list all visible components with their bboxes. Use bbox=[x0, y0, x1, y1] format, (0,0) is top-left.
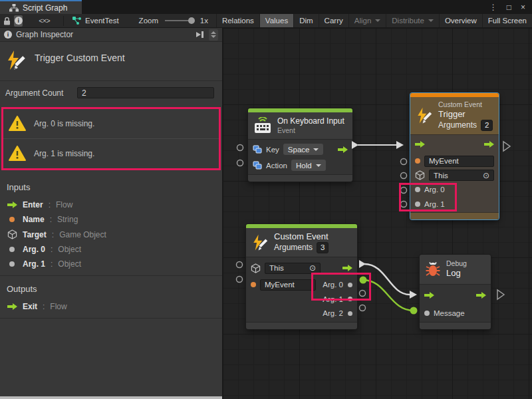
arguments-count-field[interactable]: 2 bbox=[481, 120, 493, 131]
arguments-count-field[interactable]: 3 bbox=[317, 242, 329, 253]
flow-input-port[interactable] bbox=[415, 140, 425, 150]
warning-row: Arg. 1 is missing. bbox=[3, 138, 219, 168]
port-separator: : bbox=[50, 215, 52, 224]
object-port-icon[interactable] bbox=[424, 311, 430, 316]
flow-continue-triangle[interactable] bbox=[497, 290, 504, 299]
port-trigger-target-external[interactable] bbox=[401, 173, 407, 179]
node-header: Custom Event Arguments3 bbox=[246, 228, 357, 257]
action-port-row: Action Hold bbox=[248, 158, 352, 173]
panel-spinner[interactable] bbox=[209, 29, 218, 41]
chevron-down-icon bbox=[211, 35, 216, 38]
flow-input-port[interactable] bbox=[424, 291, 434, 301]
inline-value-icon bbox=[253, 161, 262, 170]
port-trigger-arg1-external[interactable] bbox=[401, 201, 407, 207]
string-port-icon[interactable] bbox=[415, 158, 420, 164]
dock-panel-icon[interactable] bbox=[196, 31, 205, 39]
flow-continue-triangle[interactable] bbox=[503, 142, 510, 151]
port-key-external[interactable] bbox=[237, 145, 243, 151]
string-port-icon[interactable] bbox=[251, 282, 256, 287]
connected-port-message[interactable] bbox=[410, 307, 418, 315]
flow-output-port[interactable] bbox=[338, 146, 348, 154]
key-dropdown[interactable]: Space bbox=[283, 144, 324, 155]
node-debug-log[interactable]: Debug Log Message bbox=[420, 255, 491, 329]
zoom-slider[interactable] bbox=[165, 20, 194, 21]
align-button[interactable]: Align bbox=[348, 14, 386, 27]
flow-output-port[interactable] bbox=[484, 140, 494, 150]
warning-icon bbox=[9, 146, 26, 162]
action-dropdown[interactable]: Hold bbox=[291, 160, 326, 171]
port-receiver-arg1-external[interactable] bbox=[360, 291, 366, 297]
chevron-down-icon bbox=[428, 19, 434, 22]
node-title: On Keyboard Input bbox=[277, 116, 344, 126]
distribute-button[interactable]: Distribute bbox=[386, 14, 439, 27]
window-menu-icon[interactable]: ⋮ bbox=[489, 3, 497, 12]
port-receiver-arg2-external[interactable] bbox=[360, 305, 366, 311]
argument-count-field[interactable]: 2 bbox=[77, 87, 214, 98]
object-picker-icon[interactable]: ⊙ bbox=[483, 170, 489, 181]
full-screen-button[interactable]: Full Screen bbox=[482, 14, 532, 27]
port-type: Object bbox=[58, 245, 81, 254]
port-receiver-name-external[interactable] bbox=[237, 277, 243, 283]
node-trigger-custom-event[interactable]: Custom Event Trigger Arguments2 MyEvent bbox=[410, 93, 499, 219]
connected-port-arg0[interactable] bbox=[360, 277, 367, 284]
values-label: Values bbox=[265, 17, 288, 25]
code-view-button[interactable]: <×> bbox=[39, 17, 49, 25]
node-category: Custom Event bbox=[438, 100, 493, 109]
object-picker-icon[interactable]: ⊙ bbox=[309, 263, 316, 273]
event-name-field[interactable]: MyEvent bbox=[260, 279, 316, 291]
maximize-icon[interactable]: □ bbox=[507, 3, 511, 12]
object-port-icon[interactable] bbox=[348, 311, 352, 316]
object-port-icon[interactable] bbox=[348, 283, 352, 287]
unit-title: Trigger Custom Event bbox=[35, 53, 125, 63]
event-name-value: MyEvent bbox=[429, 156, 459, 166]
inspector-toggle-button[interactable]: i bbox=[14, 15, 23, 27]
node-on-keyboard-input[interactable]: On Keyboard Input Event Key Space Action bbox=[248, 108, 352, 182]
inspector-title: Graph Inspector bbox=[16, 30, 73, 39]
toolbar-buttons: Relations Values Dim Carry Align Distrib… bbox=[216, 14, 532, 27]
event-name-field[interactable]: MyEvent bbox=[424, 156, 494, 167]
relations-button[interactable]: Relations bbox=[216, 14, 259, 27]
relations-label: Relations bbox=[222, 17, 254, 25]
port-trigger-name-external[interactable] bbox=[401, 159, 407, 165]
target-field[interactable]: This⊙ bbox=[429, 170, 494, 181]
flow-output-port[interactable] bbox=[476, 291, 486, 301]
lock-icon bbox=[3, 17, 11, 25]
inputs-heading: Inputs bbox=[0, 180, 222, 198]
flow-arrow-icon bbox=[342, 264, 352, 272]
flow-arrow-icon bbox=[415, 140, 425, 148]
node-title: Log bbox=[446, 268, 467, 279]
port-receiver-target-external[interactable] bbox=[237, 262, 243, 268]
game-object-cube-icon[interactable] bbox=[251, 263, 261, 273]
object-port-icon[interactable] bbox=[415, 187, 420, 192]
target-value: This bbox=[269, 263, 284, 273]
port-type: Flow bbox=[50, 302, 66, 311]
target-field[interactable]: This⊙ bbox=[265, 263, 321, 274]
object-port-icon[interactable] bbox=[348, 297, 352, 301]
carry-button[interactable]: Carry bbox=[319, 14, 348, 27]
graph-canvas[interactable]: On Keyboard Input Event Key Space Action bbox=[223, 28, 532, 399]
node-custom-event[interactable]: Custom Event Arguments3 This⊙ MyEvent Ar… bbox=[246, 224, 357, 329]
carry-label: Carry bbox=[325, 17, 343, 25]
close-icon[interactable]: × bbox=[521, 3, 525, 12]
graph-asset-icon bbox=[72, 17, 82, 25]
lock-button[interactable] bbox=[3, 15, 11, 27]
values-button[interactable]: Values bbox=[259, 14, 293, 27]
wire-receiver-to-debug bbox=[359, 260, 417, 299]
overview-button[interactable]: Overview bbox=[439, 14, 482, 27]
zoom-slider-handle[interactable] bbox=[188, 17, 195, 24]
game-object-cube-icon[interactable] bbox=[415, 170, 425, 180]
toolbar-separator bbox=[63, 16, 64, 26]
target-value: This bbox=[434, 170, 448, 181]
port-trigger-arg0-external[interactable] bbox=[401, 188, 407, 194]
main-area: i Graph Inspector Trigger Custom Event A… bbox=[0, 28, 532, 399]
port-action-external[interactable] bbox=[237, 160, 243, 166]
zoom-label: Zoom bbox=[139, 17, 158, 25]
flow-arrow-icon bbox=[7, 303, 17, 311]
dim-button[interactable]: Dim bbox=[293, 14, 318, 27]
tab-script-graph[interactable]: Script Graph bbox=[0, 0, 82, 14]
flow-output-port[interactable] bbox=[342, 264, 352, 272]
warning-row: Arg. 0 is missing. bbox=[3, 109, 219, 138]
object-port-icon[interactable] bbox=[415, 201, 420, 207]
zoom-value: 1x bbox=[200, 17, 208, 25]
graph-breadcrumb[interactable]: EventTest bbox=[67, 17, 124, 25]
